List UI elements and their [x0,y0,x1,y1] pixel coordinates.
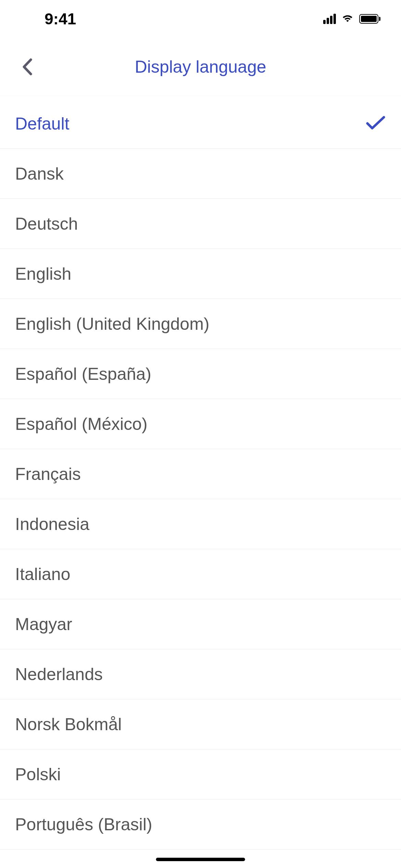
language-label: Polski [15,764,61,784]
home-indicator[interactable] [156,858,245,861]
language-label: Default [15,114,69,134]
language-label: Dansk [15,164,64,184]
language-option-default[interactable]: Default [0,99,401,149]
language-option-francais[interactable]: Français [0,449,401,499]
language-option-indonesia[interactable]: Indonesia [0,499,401,549]
language-option-english[interactable]: English [0,249,401,299]
language-label: Deutsch [15,214,78,234]
language-option-portugues-brasil[interactable]: Português (Brasil) [0,799,401,849]
language-option-espanol-espana[interactable]: Español (España) [0,349,401,399]
language-label: Indonesia [15,514,89,534]
language-label: Italiano [15,564,70,584]
language-label: Norsk Bokmål [15,714,122,734]
chevron-left-icon [21,58,34,75]
status-time: 9:41 [45,10,76,28]
language-option-espanol-mexico[interactable]: Español (México) [0,399,401,449]
language-option-dansk[interactable]: Dansk [0,149,401,199]
language-label: Nederlands [15,664,103,684]
status-icons [323,13,380,25]
language-option-magyar[interactable]: Magyar [0,599,401,649]
language-label: Français [15,464,81,484]
battery-icon [359,14,380,24]
language-option-italiano[interactable]: Italiano [0,549,401,599]
language-label: Magyar [15,614,72,634]
back-button[interactable] [17,57,38,77]
language-option-deutsch[interactable]: Deutsch [0,199,401,249]
language-label: Português (Brasil) [15,815,152,834]
cellular-signal-icon [323,14,336,24]
language-option-norsk-bokmal[interactable]: Norsk Bokmål [0,699,401,749]
language-label: English (United Kingdom) [15,314,209,334]
language-label: Español (España) [15,364,151,384]
status-bar: 9:41 [0,0,401,38]
language-option-english-uk[interactable]: English (United Kingdom) [0,299,401,349]
page-title: Display language [0,57,401,77]
language-option-polski[interactable]: Polski [0,749,401,799]
language-option-nederlands[interactable]: Nederlands [0,649,401,699]
checkmark-icon [365,115,386,132]
language-label: Español (México) [15,414,147,434]
language-label: English [15,264,71,284]
wifi-icon [341,13,354,25]
language-list: Default Dansk Deutsch English English (U… [0,99,401,849]
navigation-bar: Display language [0,38,401,96]
